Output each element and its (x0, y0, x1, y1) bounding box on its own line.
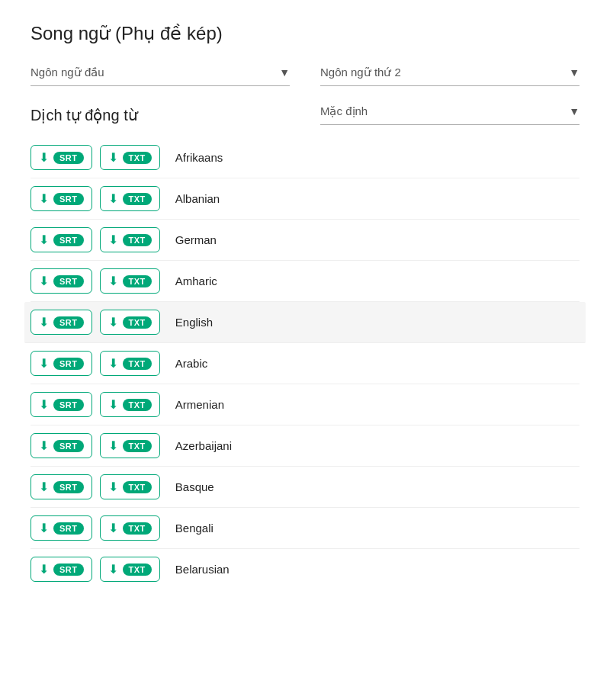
txt-badge-8: TXT (123, 481, 152, 493)
download-txt-btn-1[interactable]: ⬇ TXT (100, 186, 160, 211)
srt-badge-4: SRT (53, 316, 84, 329)
download-icon-srt-10: ⬇ (39, 562, 49, 576)
btn-group-srt-6: ⬇ SRT ⬇ TXT (30, 392, 160, 417)
txt-badge-7: TXT (123, 440, 152, 452)
download-srt-btn-6[interactable]: ⬇ SRT (30, 392, 92, 417)
srt-badge-1: SRT (53, 193, 84, 205)
download-srt-btn-4[interactable]: ⬇ SRT (30, 310, 92, 335)
download-txt-btn-7[interactable]: ⬇ TXT (100, 433, 160, 458)
language-row: ⬇ SRT ⬇ TXT Amharic (30, 261, 580, 302)
srt-badge-3: SRT (53, 275, 84, 287)
download-icon-srt-1: ⬇ (39, 191, 49, 206)
auto-translate-dropdown[interactable]: Mặc định ▼ (320, 104, 580, 125)
download-txt-btn-9[interactable]: ⬇ TXT (100, 515, 160, 541)
srt-badge-5: SRT (53, 358, 84, 370)
language-name-0: Afrikaans (175, 151, 223, 164)
srt-badge-7: SRT (53, 440, 84, 452)
download-icon-srt-7: ⬇ (39, 438, 49, 453)
txt-badge-4: TXT (123, 316, 152, 329)
dropdowns-row: Ngôn ngữ đầu ▼ Ngôn ngữ thứ 2 ▼ (30, 66, 580, 86)
language-row: ⬇ SRT ⬇ TXT Belarusian (30, 549, 580, 589)
download-txt-btn-4[interactable]: ⬇ TXT (100, 310, 160, 335)
download-srt-btn-5[interactable]: ⬇ SRT (30, 351, 92, 376)
language-list: ⬇ SRT ⬇ TXT Afrikaans ⬇ SRT ⬇ TXT Albani… (30, 137, 580, 589)
language-name-8: Basque (175, 480, 214, 493)
language2-arrow: ▼ (569, 66, 580, 79)
language-name-3: Amharic (175, 275, 217, 287)
download-icon-txt-1: ⬇ (108, 191, 118, 206)
language-row: ⬇ SRT ⬇ TXT Azerbaijani (30, 425, 580, 467)
srt-badge-10: SRT (53, 564, 84, 576)
language-row: ⬇ SRT ⬇ TXT English (24, 302, 586, 343)
language-name-1: Albanian (175, 192, 220, 205)
download-icon-txt-3: ⬇ (108, 274, 118, 288)
download-icon-txt-9: ⬇ (108, 521, 118, 535)
download-icon-txt-0: ⬇ (108, 150, 118, 165)
download-icon-txt-4: ⬇ (108, 315, 118, 329)
btn-group-srt-5: ⬇ SRT ⬇ TXT (30, 351, 160, 376)
language-row: ⬇ SRT ⬇ TXT Afrikaans (30, 137, 580, 178)
btn-group-srt-10: ⬇ SRT ⬇ TXT (30, 557, 160, 582)
download-txt-btn-10[interactable]: ⬇ TXT (100, 557, 160, 582)
download-icon-srt-4: ⬇ (39, 315, 49, 329)
language2-dropdown[interactable]: Ngôn ngữ thứ 2 ▼ (320, 66, 580, 86)
download-srt-btn-9[interactable]: ⬇ SRT (30, 515, 92, 541)
download-txt-btn-5[interactable]: ⬇ TXT (100, 351, 160, 376)
language-row: ⬇ SRT ⬇ TXT Armenian (30, 384, 580, 425)
txt-badge-6: TXT (123, 399, 152, 411)
language-name-2: German (175, 233, 217, 246)
language-name-6: Armenian (175, 398, 224, 411)
srt-badge-2: SRT (53, 234, 84, 246)
btn-group-srt-0: ⬇ SRT ⬇ TXT (30, 145, 160, 170)
language-name-10: Belarusian (175, 563, 230, 576)
language-name-7: Azerbaijani (175, 439, 232, 452)
srt-badge-8: SRT (53, 481, 84, 493)
download-icon-srt-6: ⬇ (39, 397, 49, 412)
download-icon-srt-8: ⬇ (39, 480, 49, 494)
language-name-4: English (175, 316, 213, 329)
txt-badge-9: TXT (123, 522, 152, 535)
download-icon-srt-2: ⬇ (39, 233, 49, 247)
download-txt-btn-2[interactable]: ⬇ TXT (100, 227, 160, 252)
download-srt-btn-2[interactable]: ⬇ SRT (30, 227, 92, 252)
auto-translate-arrow: ▼ (569, 105, 580, 117)
txt-badge-10: TXT (123, 564, 152, 576)
download-icon-srt-3: ⬇ (39, 274, 49, 288)
language-name-9: Bengali (175, 522, 214, 535)
download-icon-srt-0: ⬇ (39, 150, 49, 165)
txt-badge-5: TXT (123, 358, 152, 370)
download-icon-txt-6: ⬇ (108, 397, 118, 412)
download-srt-btn-0[interactable]: ⬇ SRT (30, 145, 92, 170)
download-srt-btn-1[interactable]: ⬇ SRT (30, 186, 92, 211)
download-txt-btn-0[interactable]: ⬇ TXT (100, 145, 160, 170)
srt-badge-0: SRT (53, 152, 84, 164)
btn-group-srt-4: ⬇ SRT ⬇ TXT (30, 310, 160, 335)
language-row: ⬇ SRT ⬇ TXT Basque (30, 467, 580, 508)
txt-badge-3: TXT (123, 275, 152, 287)
download-srt-btn-8[interactable]: ⬇ SRT (30, 474, 92, 499)
srt-badge-9: SRT (53, 522, 84, 535)
language2-label: Ngôn ngữ thứ 2 (320, 66, 401, 79)
download-srt-btn-10[interactable]: ⬇ SRT (30, 557, 92, 582)
language-row: ⬇ SRT ⬇ TXT Albanian (30, 178, 580, 220)
download-icon-txt-8: ⬇ (108, 480, 118, 494)
btn-group-srt-7: ⬇ SRT ⬇ TXT (30, 433, 160, 458)
download-txt-btn-8[interactable]: ⬇ TXT (100, 474, 160, 499)
download-icon-txt-7: ⬇ (108, 438, 118, 453)
btn-group-srt-2: ⬇ SRT ⬇ TXT (30, 227, 160, 252)
download-srt-btn-7[interactable]: ⬇ SRT (30, 433, 92, 458)
download-icon-txt-2: ⬇ (108, 233, 118, 247)
srt-badge-6: SRT (53, 399, 84, 411)
language-row: ⬇ SRT ⬇ TXT Bengali (30, 508, 580, 549)
download-txt-btn-3[interactable]: ⬇ TXT (100, 268, 160, 294)
download-icon-txt-5: ⬇ (108, 356, 118, 371)
language-name-5: Arabic (175, 357, 208, 370)
language-row: ⬇ SRT ⬇ TXT German (30, 220, 580, 261)
language1-dropdown[interactable]: Ngôn ngữ đầu ▼ (30, 66, 290, 86)
language1-label: Ngôn ngữ đầu (30, 66, 104, 79)
btn-group-srt-8: ⬇ SRT ⬇ TXT (30, 474, 160, 499)
download-txt-btn-6[interactable]: ⬇ TXT (100, 392, 160, 417)
download-icon-srt-5: ⬇ (39, 356, 49, 371)
download-srt-btn-3[interactable]: ⬇ SRT (30, 268, 92, 294)
language1-arrow: ▼ (279, 66, 290, 79)
